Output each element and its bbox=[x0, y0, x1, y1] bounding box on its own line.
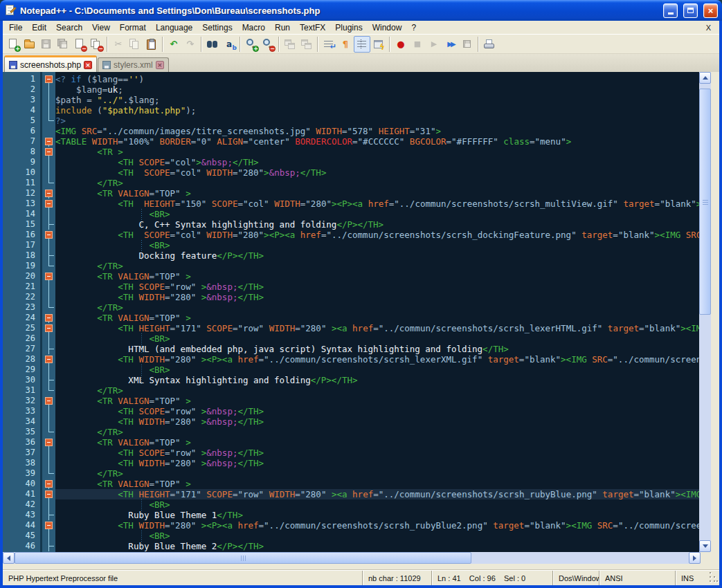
macro-save-button[interactable] bbox=[459, 36, 476, 53]
code-line-13[interactable]: <TH HEIGHT="150" SCOPE="col" WIDTH="280"… bbox=[55, 199, 699, 209]
code-line-21[interactable]: <TH SCOPE="row" >&nbsp;</TH> bbox=[55, 282, 699, 292]
code-line-22[interactable]: <TH WIDTH="280" >&nbsp;</TH> bbox=[55, 292, 699, 302]
code-line-4[interactable]: include ("$path/haut.php"); bbox=[55, 105, 699, 116]
code-line-20[interactable]: <TR VALIGN="TOP" > bbox=[55, 271, 699, 282]
code-line-2[interactable]: $lang=uk; bbox=[55, 84, 699, 95]
code-line-36[interactable]: <TR VALIGN="TOP" > bbox=[55, 437, 699, 448]
fold-marker[interactable] bbox=[42, 136, 55, 147]
vertical-scrollbar[interactable] bbox=[699, 72, 711, 552]
code-line-42[interactable]: <BR> bbox=[55, 499, 699, 510]
menu-item-plugins[interactable]: Plugins bbox=[330, 21, 367, 34]
menu-item-search[interactable]: Search bbox=[51, 21, 87, 34]
sync-scroll-h-button[interactable] bbox=[298, 36, 315, 53]
open-file-button[interactable] bbox=[21, 36, 38, 53]
menu-item-format[interactable]: Format bbox=[115, 21, 151, 34]
menu-item-view[interactable]: View bbox=[87, 21, 115, 34]
code-line-1[interactable]: <? if ($lang=='') bbox=[55, 74, 699, 84]
scroll-left-button[interactable] bbox=[3, 552, 15, 564]
menu-item-language[interactable]: Language bbox=[151, 21, 197, 34]
tab-close-icon[interactable]: × bbox=[156, 61, 164, 69]
fold-marker[interactable] bbox=[42, 520, 55, 531]
zoom-out-button[interactable]: − bbox=[260, 36, 276, 53]
scroll-up-button[interactable] bbox=[699, 72, 711, 84]
horizontal-scrollbar[interactable] bbox=[3, 552, 701, 564]
code-line-33[interactable]: <TH SCOPE="row" >&nbsp;</TH> bbox=[55, 406, 699, 416]
code-line-3[interactable]: $path = "../".$lang; bbox=[55, 95, 699, 105]
code-line-8[interactable]: <TR > bbox=[55, 147, 699, 157]
paste-button[interactable] bbox=[143, 36, 160, 53]
zoom-in-button[interactable]: + bbox=[243, 36, 260, 53]
show-all-chars-button[interactable]: ¶ bbox=[337, 36, 354, 53]
fold-marker[interactable] bbox=[42, 188, 55, 199]
code-line-17[interactable]: <BR> bbox=[55, 240, 699, 250]
new-file-button[interactable]: + bbox=[5, 36, 21, 53]
fold-marker[interactable] bbox=[42, 479, 55, 489]
code-line-44[interactable]: <TH WIDTH="280" ><P><a href="../commun/s… bbox=[55, 520, 699, 531]
sync-scroll-v-button[interactable] bbox=[282, 36, 298, 53]
fold-marker[interactable] bbox=[42, 271, 55, 282]
code-line-39[interactable]: </TR> bbox=[55, 468, 699, 479]
code-line-10[interactable]: <TH SCOPE="col" WIDTH="280">&nbsp;</TH> bbox=[55, 167, 699, 178]
close-file-button[interactable]: − bbox=[71, 36, 88, 53]
copy-button[interactable] bbox=[127, 36, 143, 53]
code-line-32[interactable]: <TR VALIGN="TOP" > bbox=[55, 396, 699, 406]
code-line-28[interactable]: <TH WIDTH="280" ><P><a href="../commun/s… bbox=[55, 354, 699, 365]
code-line-30[interactable]: XML Syntax highlighting and folding</P><… bbox=[55, 375, 699, 385]
fold-marker[interactable] bbox=[42, 199, 55, 209]
fold-marker[interactable] bbox=[42, 354, 55, 365]
maximize-button[interactable] bbox=[683, 3, 698, 18]
code-line-41[interactable]: <TH HEIGHT="171" SCOPE="row" WIDTH="280"… bbox=[55, 489, 699, 499]
save-all-button[interactable] bbox=[55, 36, 71, 53]
vertical-scrollbar-thumb[interactable] bbox=[699, 89, 711, 315]
menu-item-edit[interactable]: Edit bbox=[27, 21, 51, 34]
print-button[interactable] bbox=[481, 36, 498, 53]
menu-item-run[interactable]: Run bbox=[270, 21, 295, 34]
menu-item-file[interactable]: File bbox=[4, 21, 27, 34]
code-line-14[interactable]: <BR> bbox=[55, 209, 699, 219]
code-line-5[interactable]: ?> bbox=[55, 116, 699, 126]
code-line-25[interactable]: <TH HEIGHT="171" SCOPE="row" WIDTH="280"… bbox=[55, 323, 699, 333]
save-file-button[interactable] bbox=[38, 36, 55, 53]
code-line-38[interactable]: <TH WIDTH="280" >&nbsp;</TH> bbox=[55, 458, 699, 468]
tab-screenshots-php[interactable]: screenshots.php× bbox=[4, 55, 97, 72]
fold-marker[interactable] bbox=[42, 323, 55, 333]
menu-item-window[interactable]: Window bbox=[368, 21, 407, 34]
code-line-34[interactable]: <TH WIDTH="280" >&nbsp;</TH> bbox=[55, 416, 699, 427]
find-button[interactable] bbox=[204, 36, 221, 53]
scroll-down-button[interactable] bbox=[699, 540, 711, 552]
code-line-6[interactable]: <IMG SRC="../commun/images/titre_screens… bbox=[55, 126, 699, 136]
fold-marker[interactable] bbox=[42, 74, 55, 84]
code-line-7[interactable]: <TABLE WIDTH="100%" BORDER="0" ALIGN="ce… bbox=[55, 136, 699, 147]
replace-button[interactable]: ab bbox=[221, 36, 237, 53]
cut-button[interactable]: ✂ bbox=[110, 36, 127, 53]
tab-stylers-xml[interactable]: stylers.xml× bbox=[98, 57, 169, 72]
code-line-16[interactable]: <TH SCOPE="col" WIDTH="280"><P><a href="… bbox=[55, 230, 699, 240]
indent-guide-button[interactable] bbox=[354, 36, 370, 53]
user-define-dialog-button[interactable]: ϟ bbox=[370, 36, 387, 53]
minimize-button[interactable] bbox=[663, 3, 678, 18]
resize-grip[interactable] bbox=[712, 571, 719, 585]
word-wrap-button[interactable]: ↵ bbox=[321, 36, 337, 53]
fold-marker[interactable] bbox=[42, 437, 55, 448]
undo-button[interactable]: ↶ bbox=[165, 36, 182, 53]
code-line-11[interactable]: </TR> bbox=[55, 178, 699, 188]
code-line-24[interactable]: <TR VALIGN="TOP" > bbox=[55, 313, 699, 323]
code-line-23[interactable]: </TR> bbox=[55, 302, 699, 313]
fold-marker[interactable] bbox=[42, 396, 55, 406]
code-line-9[interactable]: <TH SCOPE="col">&nbsp;</TH> bbox=[55, 157, 699, 167]
code-line-35[interactable]: </TR> bbox=[55, 427, 699, 437]
menu-item-settings[interactable]: Settings bbox=[197, 21, 237, 34]
close-button[interactable]: × bbox=[703, 3, 718, 18]
close-all-button[interactable]: − bbox=[88, 36, 105, 53]
fold-marker[interactable] bbox=[42, 313, 55, 323]
code-line-26[interactable]: <BR> bbox=[55, 333, 699, 344]
code-line-29[interactable]: <BR> bbox=[55, 365, 699, 375]
code-line-18[interactable]: Docking feature</P></TH> bbox=[55, 250, 699, 261]
menu-item-textfx[interactable]: TextFX bbox=[295, 21, 330, 34]
menu-close-document-button[interactable]: X bbox=[698, 24, 719, 32]
fold-marker[interactable] bbox=[42, 230, 55, 240]
code-line-43[interactable]: Ruby Blue Theme 1</TH> bbox=[55, 510, 699, 520]
code-line-19[interactable]: </TR> bbox=[55, 261, 699, 271]
redo-button[interactable]: ↷ bbox=[182, 36, 199, 53]
fold-marker[interactable] bbox=[42, 489, 55, 499]
